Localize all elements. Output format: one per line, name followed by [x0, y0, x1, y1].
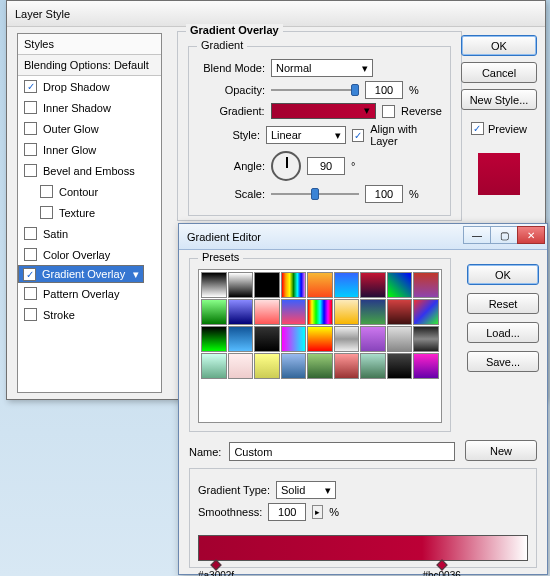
preset-swatch[interactable] [254, 326, 280, 352]
style-checkbox[interactable] [24, 80, 37, 93]
preset-swatch[interactable] [228, 299, 254, 325]
preset-swatch[interactable] [334, 326, 360, 352]
preset-swatch[interactable] [281, 299, 307, 325]
opacity-slider[interactable] [271, 89, 359, 91]
ge-save-button[interactable]: Save... [467, 351, 539, 372]
preset-swatch[interactable] [387, 299, 413, 325]
angle-label: Angle: [197, 160, 265, 172]
presets-grid[interactable] [198, 269, 442, 423]
gradient-ramp[interactable]: #a3002f#bc0036 [198, 535, 528, 565]
preset-swatch[interactable] [228, 272, 254, 298]
style-checkbox[interactable] [24, 101, 37, 114]
preset-swatch[interactable] [228, 326, 254, 352]
styles-panel: Styles Blending Options: Default Drop Sh… [17, 33, 162, 393]
style-row-satin[interactable]: Satin [18, 223, 161, 244]
style-row-gradient-overlay[interactable]: Gradient Overlay [18, 265, 144, 283]
style-label: Color Overlay [43, 249, 110, 261]
preset-swatch[interactable] [360, 299, 386, 325]
preset-swatch[interactable] [307, 272, 333, 298]
style-row-drop-shadow[interactable]: Drop Shadow [18, 76, 161, 97]
preset-swatch[interactable] [307, 326, 333, 352]
reverse-checkbox[interactable] [382, 105, 395, 118]
preset-swatch[interactable] [413, 353, 439, 379]
style-select[interactable]: Linear [266, 126, 346, 144]
gradient-picker[interactable] [271, 103, 376, 119]
close-button[interactable]: ✕ [517, 226, 545, 244]
style-row-stroke[interactable]: Stroke [18, 304, 161, 325]
preset-swatch[interactable] [413, 299, 439, 325]
style-checkbox[interactable] [24, 143, 37, 156]
ge-reset-button[interactable]: Reset [467, 293, 539, 314]
styles-header[interactable]: Styles [18, 34, 161, 55]
preset-swatch[interactable] [254, 299, 280, 325]
preset-swatch[interactable] [387, 272, 413, 298]
preset-swatch[interactable] [334, 272, 360, 298]
preset-swatch[interactable] [360, 326, 386, 352]
color-stop[interactable] [436, 559, 447, 570]
cancel-button[interactable]: Cancel [461, 62, 537, 83]
preset-swatch[interactable] [413, 272, 439, 298]
style-row-bevel-and-emboss[interactable]: Bevel and Emboss [18, 160, 161, 181]
ge-new-button[interactable]: New [465, 440, 537, 461]
scale-slider[interactable] [271, 193, 359, 195]
style-row-inner-shadow[interactable]: Inner Shadow [18, 97, 161, 118]
preset-swatch[interactable] [254, 353, 280, 379]
preset-swatch[interactable] [413, 326, 439, 352]
preset-swatch[interactable] [281, 272, 307, 298]
preset-swatch[interactable] [201, 353, 227, 379]
preset-swatch[interactable] [307, 353, 333, 379]
preset-swatch[interactable] [281, 353, 307, 379]
smoothness-value[interactable]: 100 [268, 503, 306, 521]
color-stop[interactable] [210, 559, 221, 570]
style-row-outer-glow[interactable]: Outer Glow [18, 118, 161, 139]
preset-swatch[interactable] [201, 299, 227, 325]
ge-ok-button[interactable]: OK [467, 264, 539, 285]
style-checkbox[interactable] [24, 308, 37, 321]
preset-swatch[interactable] [281, 326, 307, 352]
style-row-texture[interactable]: Texture [18, 202, 161, 223]
smoothness-stepper[interactable]: ▸ [312, 505, 323, 519]
preset-swatch[interactable] [387, 326, 413, 352]
preview-label: Preview [488, 123, 527, 135]
preset-swatch[interactable] [201, 272, 227, 298]
style-checkbox[interactable] [40, 185, 53, 198]
ok-button[interactable]: OK [461, 35, 537, 56]
blending-options-default[interactable]: Blending Options: Default [18, 55, 161, 76]
gradient-type-select[interactable]: Solid [276, 481, 336, 499]
preset-swatch[interactable] [387, 353, 413, 379]
preset-swatch[interactable] [307, 299, 333, 325]
name-input[interactable]: Custom [229, 442, 455, 461]
maximize-button[interactable]: ▢ [490, 226, 518, 244]
blend-mode-select[interactable]: Normal [271, 59, 373, 77]
angle-value[interactable]: 90 [307, 157, 345, 175]
gradient-ramp-bar[interactable] [198, 535, 528, 561]
style-checkbox[interactable] [24, 287, 37, 300]
style-checkbox[interactable] [24, 248, 37, 261]
style-row-contour[interactable]: Contour [18, 181, 161, 202]
style-checkbox[interactable] [24, 227, 37, 240]
preset-swatch[interactable] [334, 353, 360, 379]
align-checkbox[interactable] [352, 129, 364, 142]
style-checkbox[interactable] [23, 268, 36, 281]
gradient-editor-titlebar[interactable]: Gradient Editor — ▢ ✕ [179, 224, 547, 250]
preview-checkbox[interactable] [471, 122, 484, 135]
preset-swatch[interactable] [360, 272, 386, 298]
style-checkbox[interactable] [24, 122, 37, 135]
minimize-button[interactable]: — [463, 226, 491, 244]
preset-swatch[interactable] [254, 272, 280, 298]
preset-swatch[interactable] [360, 353, 386, 379]
preset-swatch[interactable] [334, 299, 360, 325]
style-row-inner-glow[interactable]: Inner Glow [18, 139, 161, 160]
preset-swatch[interactable] [228, 353, 254, 379]
new-style-button[interactable]: New Style... [461, 89, 537, 110]
style-checkbox[interactable] [24, 164, 37, 177]
style-row-pattern-overlay[interactable]: Pattern Overlay [18, 283, 161, 304]
style-label: Inner Shadow [43, 102, 111, 114]
scale-value[interactable]: 100 [365, 185, 403, 203]
opacity-value[interactable]: 100 [365, 81, 403, 99]
style-row-color-overlay[interactable]: Color Overlay [18, 244, 161, 265]
preset-swatch[interactable] [201, 326, 227, 352]
ge-load-button[interactable]: Load... [467, 322, 539, 343]
angle-wheel[interactable] [271, 151, 301, 181]
style-checkbox[interactable] [40, 206, 53, 219]
